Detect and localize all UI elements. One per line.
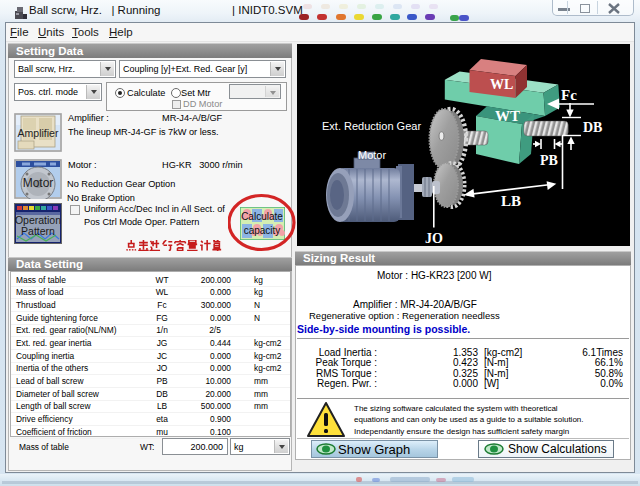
svg-text:Motor: Motor bbox=[23, 176, 54, 190]
svg-text:Amplifier: Amplifier bbox=[18, 127, 59, 139]
svg-text:Fc: Fc bbox=[561, 87, 577, 103]
svg-text:LB: LB bbox=[501, 193, 521, 209]
svg-text:Pattern: Pattern bbox=[21, 225, 55, 237]
svg-text:WL: WL bbox=[490, 77, 513, 92]
svg-text:WT: WT bbox=[495, 108, 520, 124]
svg-text:Motor: Motor bbox=[358, 149, 386, 161]
svg-text:JO: JO bbox=[425, 231, 443, 246]
svg-text:PB: PB bbox=[540, 153, 558, 168]
svg-text:Ext. Reduction Gear: Ext. Reduction Gear bbox=[322, 120, 421, 132]
svg-text:DB: DB bbox=[583, 120, 602, 135]
